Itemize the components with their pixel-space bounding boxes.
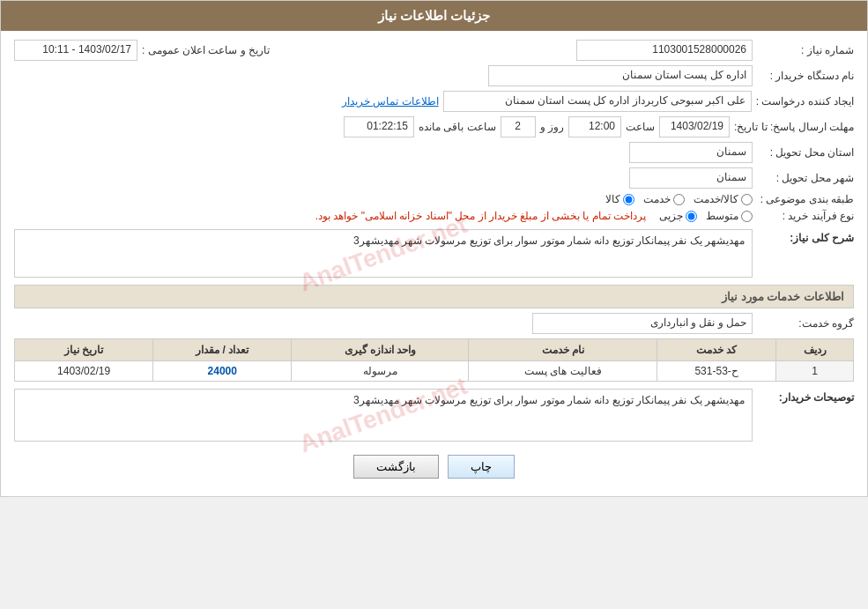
print-button[interactable]: چاپ <box>448 455 515 479</box>
cell-code: ح-53-531 <box>657 361 775 382</box>
row-city: شهر محل تحویل : سمنان <box>14 167 854 189</box>
buyer-desc-box: مهدیشهر یک نفر پیمانکار توزیع دانه شمار … <box>14 389 753 442</box>
row-need-number: شماره نیاز : 1103001528000026 تاریخ و سا… <box>14 40 854 61</box>
announce-value: 1403/02/17 - 10:11 <box>14 40 137 61</box>
category-kala-radio[interactable] <box>623 194 634 205</box>
header-title: جزئیات اطلاعات نیاز <box>378 8 490 23</box>
need-description-label: شرح کلی نیاز: <box>757 232 854 244</box>
purchase-type-radio-group: متوسط جزیی <box>659 210 753 222</box>
row-category: طبقه بندی موضوعی : کالا/خدمت خدمت کالا <box>14 193 854 205</box>
buyer-name-label: نام دستگاه خریدار : <box>757 70 854 82</box>
purchase-jozvi-radio[interactable] <box>686 211 697 222</box>
need-description-value: مهدیشهر یک نفر پیمانکار توزیع دانه شمار … <box>353 234 745 247</box>
watermark: AnalTender.net <box>295 210 471 297</box>
cell-unit: مرسوله <box>292 361 469 382</box>
purchase-jozvi-item: جزیی <box>659 210 697 222</box>
row-requestor: ایجاد کننده درخواست : علی اکبر سبوحی کار… <box>14 91 854 112</box>
category-khadamat-radio[interactable] <box>673 194 685 205</box>
province-label: استان محل تحویل : <box>757 146 854 159</box>
purchase-type-note: پرداخت تمام یا بخشی از مبلغ خریدار از مح… <box>315 210 646 222</box>
cell-name: فعالیت های پست <box>469 361 657 382</box>
table-header: ردیف کد خدمت نام خدمت واحد اندازه گیری ت… <box>15 339 854 361</box>
service-group-label: گروه خدمت: <box>757 317 854 330</box>
deadline-days: 2 <box>501 116 536 137</box>
requestor-link[interactable]: اطلاعات تماس خریدار <box>342 95 439 108</box>
buyer-watermark: AnalTender.net <box>295 372 471 459</box>
row-buyer-desc: توصیحات خریدار: مهدیشهر یک نفر پیمانکار … <box>14 389 854 442</box>
cell-row: 1 <box>776 361 854 382</box>
city-value: سمنان <box>629 167 753 189</box>
buyer-desc-wrapper: مهدیشهر یک نفر پیمانکار توزیع دانه شمار … <box>14 389 753 442</box>
deadline-time: 12:00 <box>568 116 621 137</box>
need-number-value: 1103001528000026 <box>576 40 753 61</box>
service-group-value: حمل و نقل و انبارداری <box>532 313 753 334</box>
cell-date: 1403/02/19 <box>15 361 153 382</box>
row-deadline: مهلت ارسال پاسخ: تا تاریخ: 1403/02/19 سا… <box>14 116 854 137</box>
requestor-value: علی اکبر سبوحی کاربرداز اداره کل پست است… <box>443 91 752 112</box>
category-radio-group: کالا/خدمت خدمت کالا <box>605 193 753 205</box>
category-kala-khadamat-label: کالا/خدمت <box>694 193 738 205</box>
deadline-days-label: روز و <box>540 121 564 133</box>
row-need-description: شرح کلی نیاز: مهدیشهر یک نفر پیمانکار تو… <box>14 229 854 278</box>
category-kala-khadamat-item: کالا/خدمت <box>694 193 753 205</box>
announce-label: تاریخ و ساعت اعلان عمومی : <box>142 44 270 56</box>
deadline-label: مهلت ارسال پاسخ: تا تاریخ: <box>734 121 854 133</box>
need-number-label: شماره نیاز : <box>757 44 854 56</box>
requestor-label: ایجاد کننده درخواست : <box>756 95 854 108</box>
category-label: طبقه بندی موضوعی : <box>757 193 854 205</box>
table-row: 1 ح-53-531 فعالیت های پست مرسوله 24000 1… <box>15 361 854 382</box>
purchase-motavasat-label: متوسط <box>706 210 738 222</box>
col-quantity: تعداد / مقدار <box>153 339 292 361</box>
services-table: ردیف کد خدمت نام خدمت واحد اندازه گیری ت… <box>14 338 854 382</box>
col-service-code: کد خدمت <box>657 339 775 361</box>
main-content: شماره نیاز : 1103001528000026 تاریخ و سا… <box>1 31 867 496</box>
purchase-motavasat-item: متوسط <box>706 210 753 222</box>
category-kala-label: کالا <box>605 193 620 205</box>
deadline-date: 1403/02/19 <box>659 116 730 137</box>
page-wrapper: جزئیات اطلاعات نیاز شماره نیاز : 1103001… <box>0 0 868 497</box>
buyer-desc-value: مهدیشهر یک نفر پیمانکار توزیع دانه شمار … <box>353 394 745 406</box>
back-button[interactable]: بازگشت <box>353 455 439 479</box>
deadline-remaining: 01:22:15 <box>344 116 414 137</box>
col-service-name: نام خدمت <box>469 339 657 361</box>
services-section-title: اطلاعات خدمات مورد نیاز <box>14 285 854 308</box>
page-header: جزئیات اطلاعات نیاز <box>1 1 867 31</box>
province-value: سمنان <box>629 142 753 163</box>
col-row-number: ردیف <box>776 339 854 361</box>
buyer-org-value: اداره کل پست استان سمنان <box>488 65 753 86</box>
col-unit: واحد اندازه گیری <box>292 339 469 361</box>
row-purchase-type: نوع فرآیند خرید : متوسط جزیی پرداخت تمام… <box>14 210 854 222</box>
table-body: 1 ح-53-531 فعالیت های پست مرسوله 24000 1… <box>15 361 854 382</box>
need-description-wrapper: مهدیشهر یک نفر پیمانکار توزیع دانه شمار … <box>14 229 753 278</box>
category-khadamat-label: خدمت <box>643 193 671 205</box>
need-description-box: مهدیشهر یک نفر پیمانکار توزیع دانه شمار … <box>14 229 753 278</box>
purchase-type-label: نوع فرآیند خرید : <box>757 210 854 222</box>
city-label: شهر محل تحویل : <box>757 172 854 184</box>
category-kala-item: کالا <box>605 193 634 205</box>
cell-quantity: 24000 <box>153 361 292 382</box>
category-kala-khadamat-radio[interactable] <box>741 194 753 205</box>
purchase-motavasat-radio[interactable] <box>741 211 753 222</box>
deadline-remaining-label: ساعت باقی مانده <box>419 121 496 133</box>
buyer-desc-label: توصیحات خریدار: <box>757 391 854 404</box>
deadline-time-label: ساعت <box>626 121 655 133</box>
bottom-buttons: چاپ بازگشت <box>14 455 854 479</box>
row-province: استان محل تحویل : سمنان <box>14 142 854 163</box>
category-khadamat-item: خدمت <box>643 193 685 205</box>
row-service-group: گروه خدمت: حمل و نقل و انبارداری <box>14 313 854 334</box>
row-buyer-org: نام دستگاه خریدار : اداره کل پست استان س… <box>14 65 854 86</box>
col-need-date: تاریخ نیاز <box>15 339 153 361</box>
purchase-jozvi-label: جزیی <box>659 210 683 222</box>
